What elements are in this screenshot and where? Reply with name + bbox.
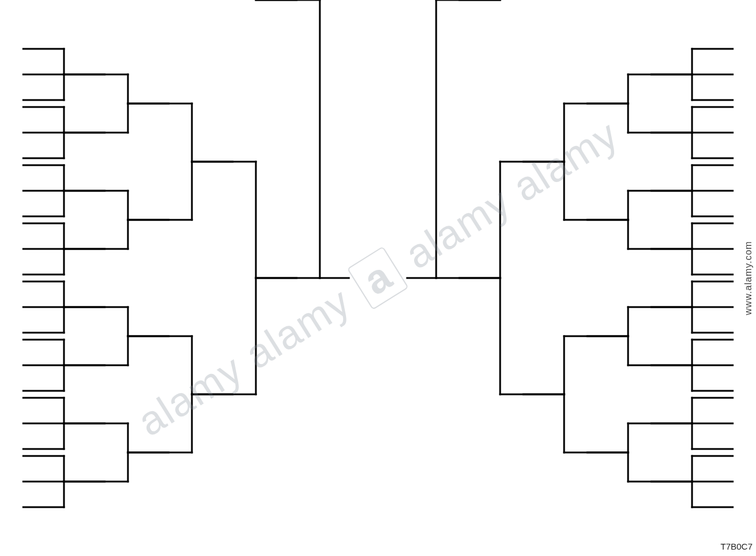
image-id: T7B0C7: [721, 541, 753, 551]
tournament-bracket: [0, 0, 756, 556]
source-url: www.alamy.com: [743, 241, 754, 315]
bracket-stage: alamy alamy a alamy alamy www.alamy.com …: [0, 0, 756, 556]
